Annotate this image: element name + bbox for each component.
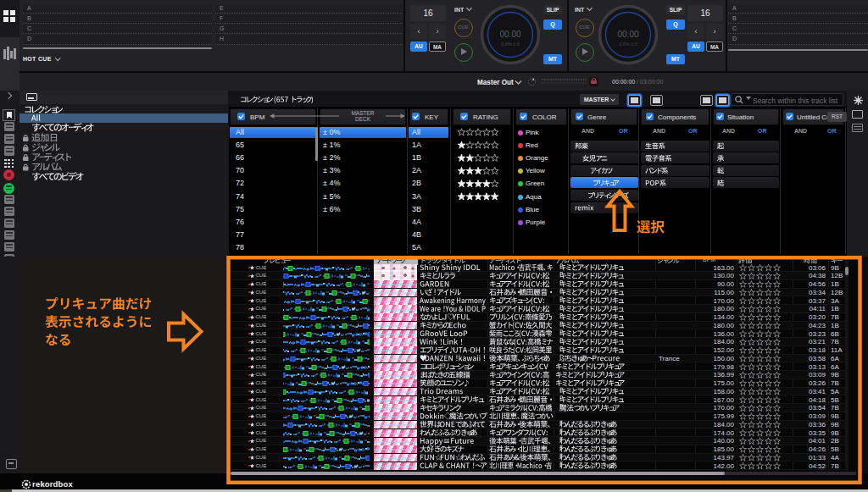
svg-text:0.0% ± 0: 0.0% ± 0 <box>619 41 637 47</box>
svg-text:00.00: 00.00 <box>499 30 520 39</box>
svg-text:0.0% ± 0: 0.0% ± 0 <box>501 41 520 47</box>
svg-text:00.00: 00.00 <box>617 30 638 39</box>
